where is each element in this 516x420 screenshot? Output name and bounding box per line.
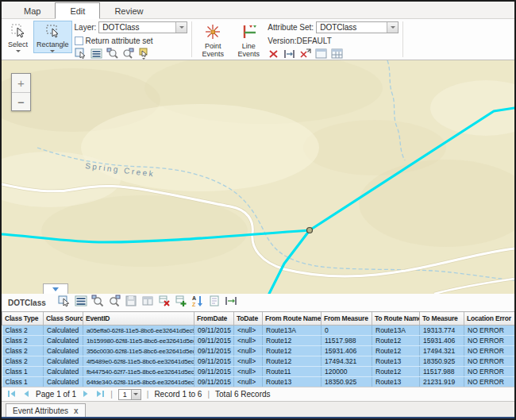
page-select-dropdown[interactable]: 1 xyxy=(118,389,141,400)
attribute-set-combobox[interactable]: DOTClass xyxy=(316,21,399,33)
group-separator xyxy=(191,21,192,57)
zoom-to-event-icon[interactable] xyxy=(91,295,104,310)
line-events-button[interactable]: Line Events xyxy=(232,21,265,59)
rectangle-select-icon xyxy=(44,23,60,40)
table-cell: <null> xyxy=(234,346,263,356)
table-cell: 0 xyxy=(322,326,372,336)
column-header[interactable]: Class Type xyxy=(2,312,44,326)
column-header[interactable]: FromDate xyxy=(194,312,234,326)
column-header[interactable]: EventID xyxy=(83,312,194,326)
table-cell: 15931.406 xyxy=(322,346,372,356)
last-page-button[interactable] xyxy=(95,390,105,399)
table-cell: Calculated xyxy=(44,367,83,377)
table-cell: 18350.925 xyxy=(420,356,464,367)
return-attribute-set-checkbox[interactable] xyxy=(75,37,83,45)
table-cell: 09/11/2015 xyxy=(194,356,234,367)
table-cell: <null> xyxy=(234,377,263,387)
page-select-dropdown-button[interactable] xyxy=(131,390,141,399)
table-cell: fb447540-62f7-11e5-8bc6-ee32641d5ec9 xyxy=(83,367,194,377)
save-icon[interactable] xyxy=(125,295,137,310)
map-graphics: Spring Creek xyxy=(2,60,514,294)
pan-to-event-icon[interactable] xyxy=(108,295,121,310)
table-cell: <null> xyxy=(234,336,263,346)
column-header[interactable]: From Route Name xyxy=(263,312,322,326)
panel-collapse-handle[interactable] xyxy=(43,283,68,294)
table-cell: Route12 xyxy=(263,346,322,356)
rectangle-tool-button[interactable]: Rectangle xyxy=(33,21,72,53)
column-header[interactable]: To Route Name xyxy=(372,312,420,326)
previous-page-button[interactable] xyxy=(22,390,30,399)
layer-dropdown-button[interactable] xyxy=(175,22,187,33)
table-row[interactable]: Class 2Calculated4f5489e0-62f8-11e5-8bc6… xyxy=(2,356,515,367)
ribbon: Select Rectangle Layer: DOTClass xyxy=(2,19,514,60)
zoom-out-button[interactable]: − xyxy=(12,92,30,110)
measure-icon[interactable] xyxy=(225,295,237,310)
table-row[interactable]: Class 1Calculatedfb447540-62f7-11e5-8bc6… xyxy=(2,367,515,377)
table-cell: Calculated xyxy=(44,346,83,356)
table-row[interactable]: Class 2Calculated356c0030-62f8-11e5-8bc6… xyxy=(2,346,515,356)
select-records-icon[interactable] xyxy=(58,295,71,310)
return-attribute-set-label: Return attribute set xyxy=(86,37,153,45)
select-dropdown-caret-icon[interactable] xyxy=(16,50,21,52)
event-attributes-tab[interactable]: Event Attributes x xyxy=(6,403,86,418)
table-cell: NO ERROR xyxy=(464,336,515,346)
table-row[interactable]: Class 2Calculateda05effa0-62f8-11e5-8bc6… xyxy=(2,326,515,336)
column-header[interactable]: To Measure xyxy=(420,312,464,326)
column-header[interactable]: ToDate xyxy=(234,312,263,326)
delete-record-icon[interactable] xyxy=(158,295,171,310)
close-tab-icon[interactable]: x xyxy=(74,407,79,415)
table-cell: a05effa0-62f8-11e5-8bc6-ee32641d5ec9 xyxy=(83,326,194,336)
tab-edit[interactable]: Edit xyxy=(55,2,100,19)
table-row[interactable]: Class 2Calculated1b159980-62f8-11e5-8bc6… xyxy=(2,336,515,346)
column-header[interactable]: From Measure xyxy=(322,312,372,326)
point-events-button[interactable]: Point Events xyxy=(196,21,229,59)
table-cell: 1b159980-62f8-11e5-8bc6-ee32641d5ec9 xyxy=(83,336,194,346)
table-body: Class 2Calculateda05effa0-62f8-11e5-8bc6… xyxy=(2,326,515,387)
route-junction-marker[interactable] xyxy=(307,228,313,233)
first-page-button[interactable] xyxy=(7,390,17,399)
table-cell: Route12 xyxy=(372,336,420,346)
table-cell: Calculated xyxy=(44,356,83,367)
table-cell: 18350.925 xyxy=(322,377,372,387)
table-row[interactable]: Class 1Calculated64fde340-62f8-11e5-8bc6… xyxy=(2,377,515,387)
layer-value: DOTClass xyxy=(99,23,175,32)
attribute-table-panel: DOTClass AZ Class TypeClass SourceEventI… xyxy=(2,294,514,387)
table-cell: 09/11/2015 xyxy=(194,367,234,377)
line-events-icon xyxy=(240,23,257,42)
sort-records-icon[interactable]: AZ xyxy=(191,295,204,310)
next-page-button[interactable] xyxy=(82,390,90,399)
attribute-set-dropdown-button[interactable] xyxy=(387,22,398,33)
map-canvas[interactable]: Spring Creek + − xyxy=(2,60,514,294)
attribute-window-icon[interactable] xyxy=(141,295,154,310)
page-status-text: Page 1 of 1 xyxy=(36,390,76,399)
table-cell: Class 2 xyxy=(2,346,44,356)
add-record-icon[interactable] xyxy=(175,295,187,310)
table-cell: Route11 xyxy=(263,367,322,377)
version-label: Version:DEFAULT xyxy=(268,37,331,45)
zoom-in-button[interactable]: + xyxy=(12,74,30,92)
show-records-icon[interactable] xyxy=(75,295,87,310)
tab-map[interactable]: Map xyxy=(10,3,55,18)
column-header[interactable]: Class Source xyxy=(44,312,83,326)
table-cell: 4f5489e0-62f8-11e5-8bc6-ee32641d5ec9 xyxy=(83,356,194,367)
table-cell: Calculated xyxy=(44,326,83,336)
select-tool-button[interactable]: Select xyxy=(5,21,31,53)
attribute-set-value: DOTClass xyxy=(317,23,387,32)
tab-review[interactable]: Review xyxy=(100,3,157,18)
rectangle-dropdown-caret-icon[interactable] xyxy=(50,50,55,52)
table-cell: 17494.321 xyxy=(420,346,464,356)
layer-combobox[interactable]: DOTClass xyxy=(98,21,187,33)
group-separator xyxy=(402,21,403,57)
column-header[interactable]: Location Error xyxy=(464,312,515,326)
ribbon-tab-bar: Map Edit Review xyxy=(2,2,514,19)
table-header-row: Class TypeClass SourceEventIDFromDateToD… xyxy=(2,312,515,326)
table-cell: 19313.774 xyxy=(420,326,464,336)
table-cell: Route12 xyxy=(263,336,322,346)
collapse-arrow-icon xyxy=(52,287,59,291)
pagination-bar: Page 1 of 1 | 1 | Record 1 to 6 | Total … xyxy=(2,387,514,401)
table-cell: Route13A xyxy=(263,326,322,336)
select-tool-label: Select xyxy=(8,40,28,48)
edit-events-group: Point Events Line Events Attribute Set: … xyxy=(193,19,402,60)
table-toolbar: DOTClass AZ xyxy=(2,294,514,311)
open-form-icon[interactable] xyxy=(208,295,221,310)
